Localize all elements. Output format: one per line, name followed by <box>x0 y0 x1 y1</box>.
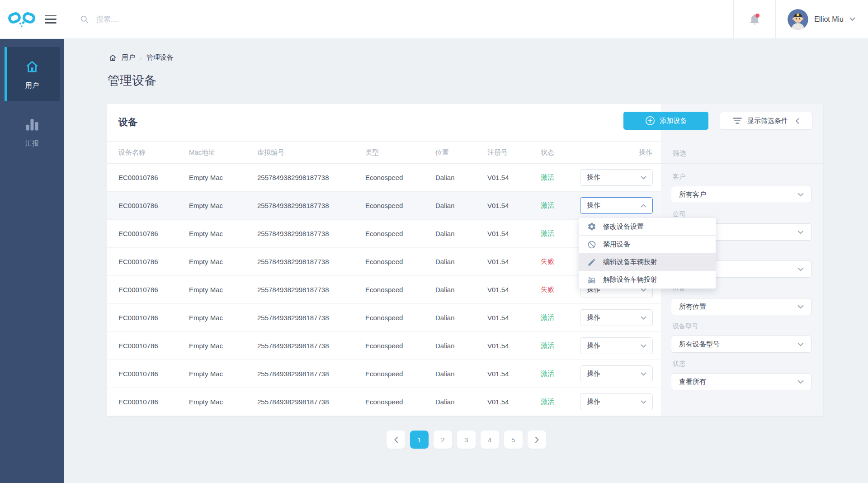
menu-toggle-icon[interactable] <box>45 15 57 24</box>
row-action-select[interactable]: 操作 <box>580 309 653 326</box>
column-header: 注册号 <box>487 148 541 157</box>
cell-type: Econospeed <box>365 398 435 406</box>
cell-device-name: EC00010786 <box>118 286 189 294</box>
filter-select[interactable]: 查看所有 <box>671 373 811 390</box>
cell-type: Econospeed <box>365 342 435 350</box>
pagination-page-3[interactable]: 3 <box>457 431 476 449</box>
filter-group: 客户所有客户 <box>671 173 812 203</box>
cell-location: Dalian <box>435 230 487 237</box>
cell-virtual-id: 2557849382998187738 <box>257 370 365 378</box>
logo-box <box>0 0 64 38</box>
cell-reg: V01.54 <box>487 398 541 406</box>
cell-type: Econospeed <box>365 202 435 209</box>
status-badge: 激活 <box>541 201 580 210</box>
chevron-down-icon <box>797 267 804 271</box>
user-menu[interactable]: Elliot Miu <box>776 0 868 38</box>
row-action-label: 操作 <box>587 341 600 350</box>
table-row: EC00010786 Empty Mac 2557849382998187738… <box>107 248 661 276</box>
column-header: 操作 <box>580 148 652 157</box>
menu-item[interactable]: 编辑设备车辆投射 <box>579 253 716 271</box>
table-row: EC00010786 Empty Mac 2557849382998187738… <box>107 360 661 388</box>
table-row: EC00010786 Empty Mac 2557849382998187738… <box>107 304 661 332</box>
cell-mac: Empty Mac <box>189 258 257 265</box>
show-filters-button[interactable]: 显示筛选条件 <box>720 112 812 130</box>
filter-label: 客户 <box>673 173 812 181</box>
status-badge: 激活 <box>541 229 580 238</box>
row-action-select[interactable]: 操作 <box>580 365 653 382</box>
row-action-label: 操作 <box>587 398 600 406</box>
row-action-select[interactable]: 操作 <box>580 393 653 410</box>
table-row: EC00010786 Empty Mac 2557849382998187738… <box>107 388 661 416</box>
table-row: EC00010786 Empty Mac 2557849382998187738… <box>107 276 661 304</box>
table-row: EC00010786 Empty Mac 2557849382998187738… <box>107 164 661 192</box>
filter-group: 状态查看所有 <box>671 360 812 390</box>
row-action-label: 操作 <box>587 201 600 210</box>
cell-device-name: EC00010786 <box>118 230 189 237</box>
menu-item-label: 编辑设备车辆投射 <box>603 258 657 266</box>
search-input[interactable] <box>95 15 285 24</box>
filter-select[interactable]: 所有客户 <box>671 186 811 203</box>
menu-item[interactable]: 禁用设备 <box>579 236 716 253</box>
cell-device-name: EC00010786 <box>118 342 189 350</box>
chevron-down-icon <box>849 17 855 21</box>
pagination-page-5[interactable]: 5 <box>504 431 523 449</box>
cell-reg: V01.54 <box>487 174 541 181</box>
cell-mac: Empty Mac <box>189 230 257 237</box>
status-badge: 激活 <box>541 313 580 322</box>
brand-logo-icon <box>7 10 37 29</box>
car-off-icon <box>587 275 596 284</box>
row-action-select[interactable]: 操作 <box>580 337 653 354</box>
cell-mac: Empty Mac <box>189 202 257 209</box>
status-badge: 失败 <box>541 257 580 266</box>
breadcrumb-item-users[interactable]: 用户 <box>122 53 135 62</box>
chevron-down-icon <box>641 176 646 180</box>
pagination-next-button[interactable] <box>528 431 546 449</box>
filter-value: 所有设备型号 <box>679 340 720 349</box>
row-action-select[interactable]: 操作 <box>580 197 653 214</box>
action-dropdown-menu: 修改设备设置禁用设备编辑设备车辆投射解除设备车辆投射 <box>579 218 716 289</box>
breadcrumb-separator: › <box>140 54 142 62</box>
filter-lines-icon <box>733 118 742 124</box>
filter-value: 所有位置 <box>679 303 706 311</box>
cell-type: Econospeed <box>365 286 435 294</box>
row-action-select[interactable]: 操作 <box>580 169 653 186</box>
column-header: 设备名称 <box>118 148 189 157</box>
user-name: Elliot Miu <box>814 15 844 24</box>
sidebar-nav: 用户汇报 <box>0 39 64 483</box>
sidebar-item-reports[interactable]: 汇报 <box>5 105 60 159</box>
filter-select[interactable]: 所有位置 <box>671 298 811 315</box>
pagination-page-1[interactable]: 1 <box>410 431 429 449</box>
breadcrumb-item-devices[interactable]: 管理设备 <box>146 53 174 62</box>
sidebar-item-users[interactable]: 用户 <box>5 47 60 101</box>
filter-value: 所有客户 <box>679 190 706 199</box>
status-badge: 失败 <box>541 285 580 294</box>
menu-item[interactable]: 修改设备设置 <box>579 218 716 236</box>
cell-device-name: EC00010786 <box>118 258 189 265</box>
pagination-page-4[interactable]: 4 <box>481 431 499 449</box>
home-icon[interactable] <box>108 53 117 62</box>
chevron-left-icon <box>795 118 799 124</box>
cell-virtual-id: 2557849382998187738 <box>257 342 365 350</box>
cell-mac: Empty Mac <box>189 370 257 378</box>
status-badge: 激活 <box>541 369 580 378</box>
page-title: 管理设备 <box>108 72 156 89</box>
search-bar <box>64 14 733 24</box>
menu-item[interactable]: 解除设备车辆投射 <box>579 271 716 289</box>
search-icon <box>80 14 89 24</box>
column-header: 虚拟编号 <box>257 148 365 157</box>
devices-card: 设备 添加设备 显示筛选条件 设备名称Mac地址虚拟编号类型位置注册号状态操作 … <box>107 104 823 416</box>
filter-group: 位置所有位置 <box>671 285 812 315</box>
chevron-down-icon <box>641 344 646 348</box>
chevron-down-icon <box>797 342 804 346</box>
pagination-prev-button[interactable] <box>387 431 405 449</box>
add-device-button[interactable]: 添加设备 <box>623 112 708 130</box>
ban-icon <box>587 240 596 249</box>
avatar <box>788 9 808 30</box>
cell-type: Econospeed <box>365 314 435 322</box>
notifications-button[interactable] <box>734 0 775 38</box>
column-header: 类型 <box>365 148 435 157</box>
cell-device-name: EC00010786 <box>118 370 189 378</box>
chevron-right-icon <box>535 436 539 443</box>
filter-select[interactable]: 所有设备型号 <box>671 336 811 353</box>
pagination-page-2[interactable]: 2 <box>434 431 452 449</box>
